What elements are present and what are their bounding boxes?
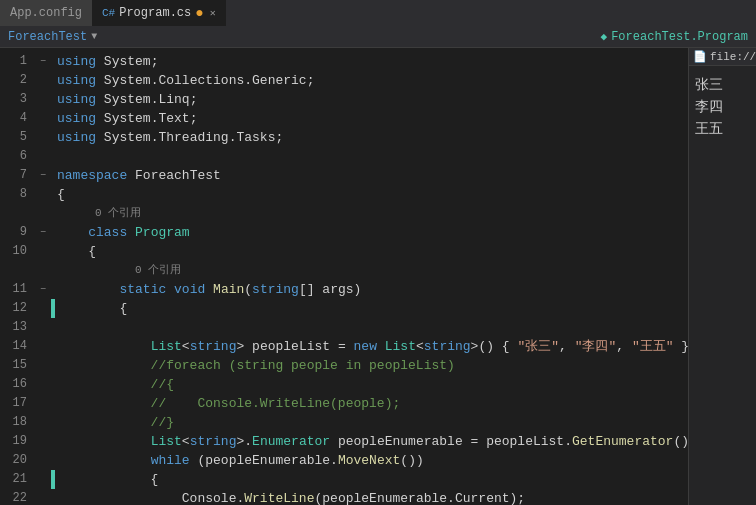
code-line-7: 7 − namespace ForeachTest	[0, 166, 688, 185]
nav-right-icon: ◆	[601, 30, 608, 43]
code-line-15: 15 //foreach (string people in peopleLis…	[0, 356, 688, 375]
code-line-6: 6	[0, 147, 688, 166]
code-line-14: 14 List<string> peopleList = new List<st…	[0, 337, 688, 356]
code-editor[interactable]: 1 − using System; 2 using System.Collect…	[0, 48, 688, 505]
tab-bar: App.config C# Program.cs ● ✕	[0, 0, 756, 26]
code-line-1: 1 − using System;	[0, 52, 688, 71]
code-line-20: 20 while (peopleEnumerable.MoveNext())	[0, 451, 688, 470]
file-icon: 📄	[693, 50, 707, 63]
main-content: 1 − using System; 2 using System.Collect…	[0, 48, 756, 505]
tab-appconfig-label: App.config	[10, 6, 82, 20]
nav-left-text: ForeachTest	[8, 30, 87, 44]
code-line-18: 18 //}	[0, 413, 688, 432]
code-line-21: 21 {	[0, 470, 688, 489]
nav-dropdown-arrow: ▼	[91, 31, 97, 42]
right-panel: 📄 file:/// 张三 李四 王五	[688, 48, 756, 505]
nav-bar: ForeachTest ▼ ◆ ForeachTest.Program	[0, 26, 756, 48]
code-line-19: 19 List<string>.Enumerator peopleEnumera…	[0, 432, 688, 451]
panel-item-3: 王五	[695, 118, 750, 140]
code-line-5: 5 using System.Threading.Tasks;	[0, 128, 688, 147]
code-line-10: 10 {	[0, 242, 688, 261]
ref-hint-class: 0 个引用	[0, 204, 688, 223]
tab-programcs-label: Program.cs	[119, 6, 191, 20]
code-line-11: 11 − static void Main(string[] args)	[0, 280, 688, 299]
code-line-4: 4 using System.Text;	[0, 109, 688, 128]
code-line-17: 17 // Console.WriteLine(people);	[0, 394, 688, 413]
tab-appconfig[interactable]: App.config	[0, 0, 92, 26]
close-tab-button[interactable]: ✕	[210, 7, 216, 19]
panel-title: file:///	[710, 51, 756, 63]
code-line-2: 2 using System.Collections.Generic;	[0, 71, 688, 90]
nav-right[interactable]: ◆ ForeachTest.Program	[593, 30, 756, 44]
nav-left[interactable]: ForeachTest ▼	[0, 30, 593, 44]
unsaved-indicator: ●	[195, 5, 203, 21]
panel-title-bar: 📄 file:///	[689, 48, 756, 66]
ref-hint-main: 0 个引用	[0, 261, 688, 280]
code-line-12: 12 {	[0, 299, 688, 318]
code-line-22: 22 Console.WriteLine(peopleEnumerable.Cu…	[0, 489, 688, 505]
panel-item-1: 张三	[695, 74, 750, 96]
code-line-9: 9 − class Program	[0, 223, 688, 242]
code-line-8: 8 {	[0, 185, 688, 204]
code-line-16: 16 //{	[0, 375, 688, 394]
code-line-13: 13	[0, 318, 688, 337]
code-line-3: 3 using System.Linq;	[0, 90, 688, 109]
tab-programcs[interactable]: C# Program.cs ● ✕	[92, 0, 226, 26]
csharp-icon: C#	[102, 7, 115, 19]
panel-content: 张三 李四 王五	[689, 66, 756, 148]
panel-item-2: 李四	[695, 96, 750, 118]
nav-right-text: ForeachTest.Program	[611, 30, 748, 44]
